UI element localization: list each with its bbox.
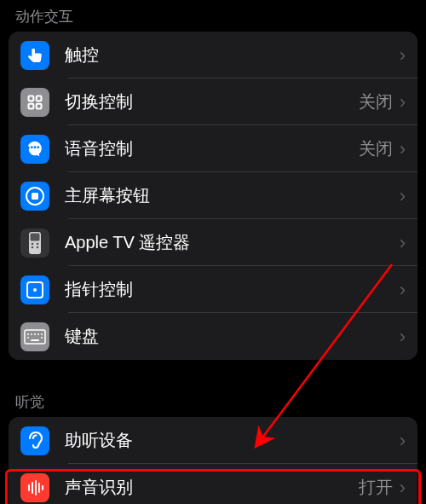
chevron-right-icon: › bbox=[400, 279, 406, 301]
home-icon bbox=[20, 182, 49, 211]
svg-point-19 bbox=[41, 333, 43, 335]
chevron-right-icon: › bbox=[400, 91, 406, 113]
svg-point-11 bbox=[37, 246, 39, 248]
row-sound-recognition[interactable]: 声音识别 打开 › bbox=[9, 464, 417, 504]
svg-point-20 bbox=[27, 337, 29, 339]
row-label: 声音识别 bbox=[65, 476, 359, 499]
svg-point-10 bbox=[32, 246, 34, 248]
keyboard-icon bbox=[20, 322, 49, 351]
sound-icon bbox=[20, 473, 49, 502]
svg-point-21 bbox=[41, 337, 43, 339]
grid-icon bbox=[20, 88, 49, 117]
ear-icon bbox=[20, 426, 49, 455]
row-value: 打开 bbox=[359, 476, 393, 499]
row-switch-control[interactable]: 切换控制 关闭 › bbox=[9, 78, 417, 125]
row-label: 键盘 bbox=[65, 325, 400, 348]
row-pointer-control[interactable]: 指针控制 › bbox=[9, 266, 417, 313]
chevron-right-icon: › bbox=[400, 232, 406, 254]
row-hearing-devices[interactable]: 助听设备 › bbox=[9, 417, 417, 464]
row-apple-tv-remote[interactable]: Apple TV 遥控器 › bbox=[9, 219, 417, 266]
svg-point-17 bbox=[34, 333, 36, 335]
row-label: Apple TV 遥控器 bbox=[65, 231, 400, 254]
chevron-right-icon: › bbox=[400, 326, 406, 348]
row-touch[interactable]: 触控 › bbox=[9, 32, 417, 78]
row-value: 关闭 bbox=[359, 90, 393, 113]
row-keyboard[interactable]: 键盘 › bbox=[9, 313, 417, 360]
svg-point-15 bbox=[27, 333, 29, 335]
svg-point-13 bbox=[33, 288, 37, 292]
svg-rect-0 bbox=[29, 96, 34, 101]
chevron-right-icon: › bbox=[400, 44, 406, 67]
group-hearing: 助听设备 › 声音识别 打开 › bbox=[9, 417, 417, 504]
svg-rect-14 bbox=[25, 330, 45, 344]
chevron-right-icon: › bbox=[400, 477, 406, 499]
chevron-right-icon: › bbox=[400, 138, 406, 160]
svg-rect-7 bbox=[31, 233, 40, 240]
svg-rect-5 bbox=[32, 193, 38, 200]
pointer-icon bbox=[20, 275, 49, 304]
row-home-button[interactable]: 主屏幕按钮 › bbox=[9, 172, 417, 219]
section-header-interaction: 动作交互 bbox=[0, 0, 426, 32]
svg-point-18 bbox=[37, 333, 39, 335]
svg-rect-3 bbox=[37, 103, 42, 108]
row-voice-control[interactable]: 语音控制 关闭 › bbox=[9, 125, 417, 172]
row-label: 切换控制 bbox=[65, 90, 359, 113]
group-interaction: 触控 › 切换控制 关闭 › 语音控制 关闭 › 主屏幕按钮 › Apple T… bbox=[9, 32, 417, 360]
chevron-right-icon: › bbox=[400, 430, 406, 452]
row-value: 关闭 bbox=[359, 137, 393, 160]
voice-icon bbox=[20, 135, 49, 164]
section-header-hearing: 听觉 bbox=[0, 385, 426, 417]
svg-rect-22 bbox=[31, 339, 39, 341]
svg-point-8 bbox=[32, 242, 34, 245]
row-label: 主屏幕按钮 bbox=[65, 184, 400, 207]
svg-rect-2 bbox=[29, 103, 34, 108]
remote-icon bbox=[20, 229, 49, 258]
row-label: 助听设备 bbox=[65, 429, 400, 452]
row-label: 语音控制 bbox=[65, 137, 359, 160]
row-label: 指针控制 bbox=[65, 278, 400, 301]
row-label: 触控 bbox=[65, 43, 400, 67]
chevron-right-icon: › bbox=[400, 185, 406, 207]
svg-point-9 bbox=[37, 242, 39, 245]
svg-rect-1 bbox=[37, 96, 42, 101]
touch-icon bbox=[20, 41, 49, 70]
svg-point-16 bbox=[31, 333, 32, 335]
